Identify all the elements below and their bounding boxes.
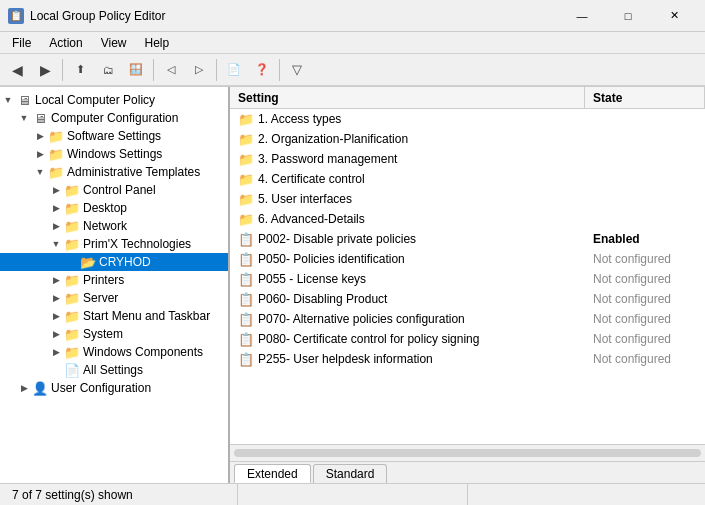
- computer-config-expander: ▼: [16, 110, 32, 126]
- tree-network[interactable]: ▶ 📁 Network: [0, 217, 228, 235]
- list-content[interactable]: 📁 1. Access types 📁 2. Organization-Plan…: [230, 109, 705, 444]
- header-setting[interactable]: Setting: [230, 87, 585, 108]
- tree-root[interactable]: ▼ 🖥 Local Computer Policy: [0, 91, 228, 109]
- admin-expander: ▼: [32, 164, 48, 180]
- tree-user-config[interactable]: ▶ 👤 User Configuration: [0, 379, 228, 397]
- list-item[interactable]: 📋 P080- Certificate control for policy s…: [230, 329, 705, 349]
- tree-startmenu[interactable]: ▶ 📁 Start Menu and Taskbar: [0, 307, 228, 325]
- setting-text: P080- Certificate control for policy sig…: [258, 332, 479, 346]
- state-cell: [585, 177, 705, 181]
- list-item[interactable]: 📋 P002- Disable private policies Enabled: [230, 229, 705, 249]
- tree-primx[interactable]: ▼ 📁 Prim'X Technologies: [0, 235, 228, 253]
- tree-windows-components[interactable]: ▶ 📁 Windows Components: [0, 343, 228, 361]
- user-config-label: User Configuration: [51, 381, 151, 395]
- tree-admin-templates[interactable]: ▼ 📁 Administrative Templates: [0, 163, 228, 181]
- tree-printers[interactable]: ▶ 📁 Printers: [0, 271, 228, 289]
- filter-button[interactable]: ▽: [284, 57, 310, 83]
- up-button[interactable]: ⬆: [67, 57, 93, 83]
- root-computer-icon: 🖥: [16, 92, 32, 108]
- list-item[interactable]: 📋 P050- Policies identification Not conf…: [230, 249, 705, 269]
- system-label: System: [83, 327, 123, 341]
- tab-extended[interactable]: Extended: [234, 464, 311, 483]
- tree-software-settings[interactable]: ▶ 📁 Software Settings: [0, 127, 228, 145]
- properties-button[interactable]: 📄: [221, 57, 247, 83]
- list-item[interactable]: 📋 P070- Alternative policies configurati…: [230, 309, 705, 329]
- root-label: Local Computer Policy: [35, 93, 155, 107]
- folder-icon: 📁: [238, 152, 254, 167]
- setting-text: P002- Disable private policies: [258, 232, 416, 246]
- minimize-button[interactable]: —: [559, 0, 605, 32]
- allsettings-label: All Settings: [83, 363, 143, 377]
- startmenu-expander: ▶: [48, 308, 64, 324]
- folder-icon: 📁: [238, 112, 254, 127]
- setting-text: P255- User helpdesk information: [258, 352, 433, 366]
- state-cell: [585, 217, 705, 221]
- back2-button[interactable]: ◁: [158, 57, 184, 83]
- horizontal-scrollbar[interactable]: [230, 444, 705, 461]
- list-item[interactable]: 📋 P255- User helpdesk information Not co…: [230, 349, 705, 369]
- cryhod-expander: [64, 254, 80, 270]
- list-item[interactable]: 📁 3. Password management: [230, 149, 705, 169]
- windows-folder-icon: 📁: [48, 146, 64, 162]
- tree-control-panel[interactable]: ▶ 📁 Control Panel: [0, 181, 228, 199]
- status-bar: 7 of 7 setting(s) shown: [0, 483, 705, 505]
- list-item[interactable]: 📋 P060- Disabling Product Not configured: [230, 289, 705, 309]
- software-settings-label: Software Settings: [67, 129, 161, 143]
- tree-system[interactable]: ▶ 📁 System: [0, 325, 228, 343]
- state-cell: Not configured: [585, 250, 705, 268]
- cp-folder-icon: 📁: [64, 182, 80, 198]
- control-panel-label: Control Panel: [83, 183, 156, 197]
- software-expander: ▶: [32, 128, 48, 144]
- tree-panel[interactable]: ▼ 🖥 Local Computer Policy ▼ 🖥 Computer C…: [0, 87, 230, 483]
- close-button[interactable]: ✕: [651, 0, 697, 32]
- setting-cell: 📁 1. Access types: [230, 110, 585, 129]
- menu-file[interactable]: File: [4, 34, 39, 52]
- tree-all-settings[interactable]: 📄 All Settings: [0, 361, 228, 379]
- tree-windows-settings[interactable]: ▶ 📁 Windows Settings: [0, 145, 228, 163]
- computer-config-label: Computer Configuration: [51, 111, 178, 125]
- show-hide-button[interactable]: 🗂: [95, 57, 121, 83]
- list-item[interactable]: 📁 6. Advanced-Details: [230, 209, 705, 229]
- printers-folder-icon: 📁: [64, 272, 80, 288]
- tree-server[interactable]: ▶ 📁 Server: [0, 289, 228, 307]
- primx-expander: ▼: [48, 236, 64, 252]
- tree-desktop[interactable]: ▶ 📁 Desktop: [0, 199, 228, 217]
- menu-help[interactable]: Help: [137, 34, 178, 52]
- userconfig-expander: ▶: [16, 380, 32, 396]
- desktop-folder-icon: 📁: [64, 200, 80, 216]
- menu-action[interactable]: Action: [41, 34, 90, 52]
- setting-cell: 📋 P255- User helpdesk information: [230, 350, 585, 369]
- setting-text: 5. User interfaces: [258, 192, 352, 206]
- tree-computer-config[interactable]: ▼ 🖥 Computer Configuration: [0, 109, 228, 127]
- list-item[interactable]: 📋 P055 - License keys Not configured: [230, 269, 705, 289]
- toolbar-sep-4: [279, 59, 280, 81]
- new-window-button[interactable]: 🪟: [123, 57, 149, 83]
- list-item[interactable]: 📁 2. Organization-Planification: [230, 129, 705, 149]
- tab-standard[interactable]: Standard: [313, 464, 388, 483]
- back-button[interactable]: ◀: [4, 57, 30, 83]
- menu-view[interactable]: View: [93, 34, 135, 52]
- state-cell: [585, 117, 705, 121]
- list-item[interactable]: 📁 4. Certificate control: [230, 169, 705, 189]
- header-state[interactable]: State: [585, 87, 705, 108]
- setting-cell: 📁 3. Password management: [230, 150, 585, 169]
- toolbar-sep-1: [62, 59, 63, 81]
- maximize-button[interactable]: □: [605, 0, 651, 32]
- forward-button[interactable]: ▶: [32, 57, 58, 83]
- primx-folder-icon: 📁: [64, 236, 80, 252]
- cryhod-folder-icon: 📂: [80, 254, 96, 270]
- printers-expander: ▶: [48, 272, 64, 288]
- help-button[interactable]: ❓: [249, 57, 275, 83]
- tree-cryhod[interactable]: 📂 CRYHOD: [0, 253, 228, 271]
- scrollbar-thumb[interactable]: [234, 449, 701, 457]
- allsettings-expander: [48, 362, 64, 378]
- content-panel: Setting State 📁 1. Access types 📁 2. Org…: [230, 87, 705, 483]
- setting-text: P060- Disabling Product: [258, 292, 387, 306]
- list-item[interactable]: 📁 1. Access types: [230, 109, 705, 129]
- folder-icon: 📁: [238, 212, 254, 227]
- desktop-label: Desktop: [83, 201, 127, 215]
- forward2-button[interactable]: ▷: [186, 57, 212, 83]
- list-item[interactable]: 📁 5. User interfaces: [230, 189, 705, 209]
- settings-icon: 📋: [238, 232, 254, 247]
- toolbar-sep-2: [153, 59, 154, 81]
